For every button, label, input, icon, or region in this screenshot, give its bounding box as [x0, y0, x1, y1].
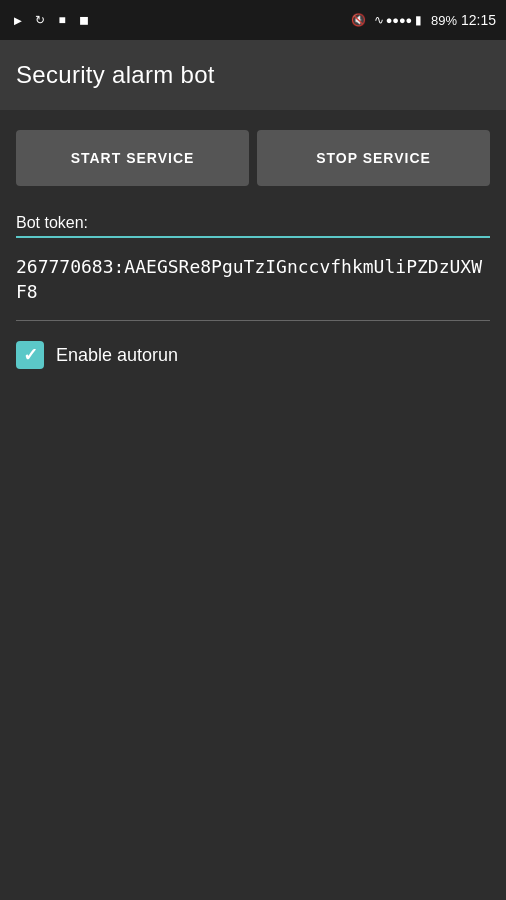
- status-bar-right-icons: 🔇 ∿ ●●●● ▮ 89% 12:15: [351, 12, 496, 28]
- wifi-icon: ∿: [371, 12, 387, 28]
- battery-icon: ▮: [411, 12, 427, 28]
- status-bar-left-icons: ► ↻ ■ ◼: [10, 12, 92, 28]
- autorun-label: Enable autorun: [56, 345, 178, 366]
- token-underline: [16, 236, 490, 238]
- autorun-checkbox[interactable]: ✓: [16, 341, 44, 369]
- token-value[interactable]: 267770683:AAEGSRe8PguTzIGnccvfhkmUliPZDz…: [16, 254, 490, 304]
- mute-icon: 🔇: [351, 12, 367, 28]
- title-bar: Security alarm bot: [0, 40, 506, 110]
- battery-percent: 89%: [431, 13, 457, 28]
- token-section: Bot token: 267770683:AAEGSRe8PguTzIGnccv…: [16, 214, 490, 321]
- token-bottom-divider: [16, 320, 490, 321]
- autorun-row[interactable]: ✓ Enable autorun: [16, 341, 490, 369]
- page-title: Security alarm bot: [16, 61, 215, 89]
- token-label: Bot token:: [16, 214, 490, 232]
- service-buttons-row: START SERVICE STOP SERVICE: [16, 130, 490, 186]
- main-content: START SERVICE STOP SERVICE Bot token: 26…: [0, 110, 506, 389]
- image-icon: ◼: [76, 12, 92, 28]
- nav-icon: ►: [10, 12, 26, 28]
- signal-icon: ●●●●: [391, 12, 407, 28]
- status-bar: ► ↻ ■ ◼ 🔇 ∿ ●●●● ▮ 89% 12:15: [0, 0, 506, 40]
- app-icon-1: ■: [54, 12, 70, 28]
- status-time: 12:15: [461, 12, 496, 28]
- start-service-button[interactable]: START SERVICE: [16, 130, 249, 186]
- stop-service-button[interactable]: STOP SERVICE: [257, 130, 490, 186]
- checkmark-icon: ✓: [23, 346, 38, 364]
- refresh-icon: ↻: [32, 12, 48, 28]
